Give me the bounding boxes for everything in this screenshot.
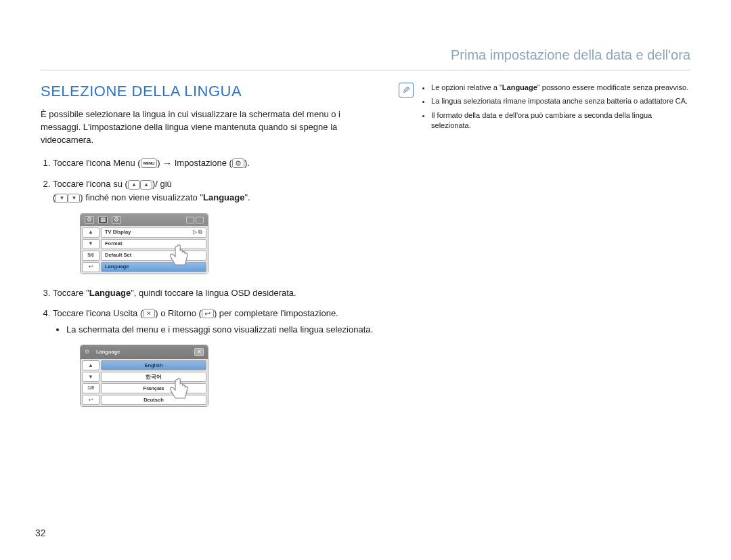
up-icon [140, 180, 152, 190]
nav-up-button[interactable]: ▲ [82, 228, 99, 238]
step-2: Toccare l'icona su ()/ giù () finché non… [53, 177, 378, 274]
intro-text: È possibile selezionare la lingua in cui… [41, 108, 378, 147]
nav-down-button[interactable]: ▼ [82, 239, 99, 249]
gear-icon: ⚙ [112, 216, 121, 224]
note-icon [399, 83, 414, 98]
tab-icon: ▦ [98, 216, 108, 224]
return-icon [202, 309, 214, 318]
up-icon [128, 180, 140, 190]
nav-up-button[interactable]: ▲ [82, 360, 99, 370]
close-button[interactable]: ✕ [194, 348, 204, 356]
step-4: Toccare l'icona Uscita () o Ritorno () p… [53, 307, 378, 408]
list-item[interactable]: Default Set [101, 251, 206, 261]
gear-icon [232, 158, 244, 168]
gear-icon: ⚙ [85, 216, 94, 224]
page-indicator: 1/8 [82, 383, 99, 393]
page-indicator: 5/6 [82, 251, 99, 261]
page-number: 32 [35, 527, 46, 538]
close-icon [143, 309, 155, 318]
return-button[interactable]: ↩ [82, 262, 99, 272]
note-list: Le opzioni relative a "Language" possono… [420, 83, 690, 135]
down-icon [68, 194, 80, 203]
menu-icon: MENU [141, 158, 157, 168]
list-item[interactable]: 한국어 [101, 372, 206, 382]
arrow-icon: → [162, 158, 172, 169]
note-item: La lingua selezionata rimane impostata a… [431, 96, 690, 106]
list-item-selected[interactable]: Language [101, 262, 206, 272]
down-icon [56, 194, 68, 203]
note-item: Le opzioni relative a "Language" possono… [431, 83, 690, 93]
nav-down-button[interactable]: ▼ [82, 372, 99, 382]
list-item[interactable]: Format [101, 239, 206, 249]
breadcrumb: Prima impostazione della data e dell'ora [41, 47, 690, 70]
dialog-title: Language [96, 348, 120, 356]
step-4-bullet: La schermata del menu e i messaggi sono … [66, 323, 378, 337]
list-item[interactable]: TV Display▷ ⧉ [101, 228, 206, 238]
step-3: Toccare "Language", quindi toccare la li… [53, 286, 378, 300]
note-item: Il formato della data e dell'ora può cam… [431, 110, 690, 131]
step-1: Toccare l'icona Menu (MENU) → Impostazio… [53, 156, 378, 171]
return-button[interactable]: ↩ [82, 395, 99, 405]
list-item[interactable]: Français [101, 383, 206, 393]
device-screenshot-language: ⚙ Language ✕ ▲ ▼ 1/8 ↩ English [80, 345, 208, 407]
list-item-selected[interactable]: English [101, 360, 206, 370]
list-item[interactable]: Deutsch [101, 395, 206, 405]
device-screenshot-settings: ⚙ ▦ ⚙ ▲ ▼ 5/6 ↩ TV Display▷ ⧉ [80, 213, 208, 274]
section-title: SELEZIONE DELLA LINGUA [41, 83, 378, 100]
battery-icon [186, 217, 204, 223]
gear-icon: ⚙ [85, 348, 89, 356]
